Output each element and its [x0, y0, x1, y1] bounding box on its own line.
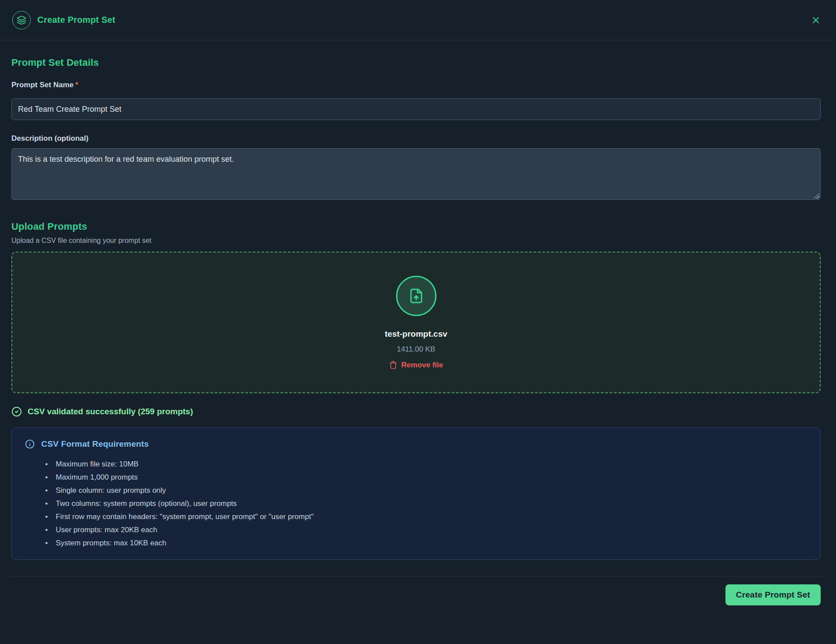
modal-footer: Create Prompt Set [0, 576, 836, 605]
requirement-item: User prompts: max 20KB each [25, 523, 807, 537]
close-button[interactable] [809, 13, 823, 27]
layers-icon [12, 11, 31, 29]
prompt-set-name-input[interactable] [11, 98, 821, 120]
section-title-details: Prompt Set Details [11, 57, 821, 68]
trash-icon [389, 361, 397, 369]
csv-requirements-box: CSV Format Requirements Maximum file siz… [11, 427, 821, 560]
info-icon [25, 439, 35, 449]
requirement-item: Two columns: system prompts (optional), … [25, 497, 807, 510]
remove-file-button[interactable]: Remove file [389, 361, 443, 370]
uploaded-file-name: test-prompt.csv [385, 329, 447, 339]
upload-circle [396, 276, 436, 316]
file-upload-icon [408, 288, 424, 304]
description-label: Description (optional) [11, 134, 821, 143]
modal-header: Create Prompt Set [0, 0, 836, 40]
required-asterisk: * [75, 81, 79, 89]
requirements-header: CSV Format Requirements [25, 439, 807, 449]
close-icon [811, 15, 821, 25]
requirement-item: Maximum 1,000 prompts [25, 471, 807, 484]
description-textarea[interactable]: This is a test description for a red tea… [11, 148, 821, 200]
requirement-item: First row may contain headers: "system p… [25, 510, 807, 523]
check-circle-icon [11, 406, 22, 417]
csv-dropzone[interactable]: test-prompt.csv 1411.00 KB Remove file [11, 252, 821, 393]
modal-title: Create Prompt Set [37, 15, 115, 25]
requirement-item: System prompts: max 10KB each [25, 537, 807, 550]
requirement-item: Maximum file size: 10MB [25, 458, 807, 471]
validation-message-row: CSV validated successfully (259 prompts) [11, 406, 821, 417]
requirements-title: CSV Format Requirements [41, 439, 149, 449]
prompt-set-name-label: Prompt Set Name* [11, 81, 821, 89]
create-prompt-set-button[interactable]: Create Prompt Set [725, 584, 821, 605]
requirement-item: Single column: user prompts only [25, 484, 807, 497]
uploaded-file-size: 1411.00 KB [397, 345, 436, 354]
remove-file-label: Remove file [401, 361, 443, 370]
validation-message: CSV validated successfully (259 prompts) [28, 407, 193, 416]
requirements-list: Maximum file size: 10MBMaximum 1,000 pro… [25, 458, 807, 550]
modal-body: Prompt Set Details Prompt Set Name* Desc… [0, 57, 836, 560]
description-field-wrapper: This is a test description for a red tea… [11, 148, 821, 200]
section-title-upload: Upload Prompts [11, 221, 821, 232]
upload-subtitle: Upload a CSV file containing your prompt… [11, 237, 821, 245]
